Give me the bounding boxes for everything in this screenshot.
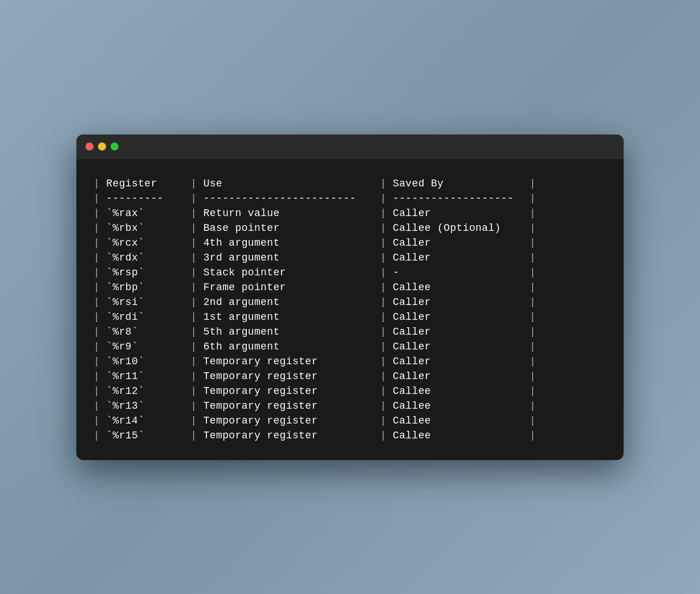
- pipe-separator: |: [530, 208, 536, 218]
- pipe-separator: |: [190, 223, 203, 233]
- use-cell: Temporary register: [204, 430, 380, 441]
- saved-by-cell: Caller: [393, 238, 530, 248]
- table-row: | `%r15`| Temporary register| Callee|: [93, 428, 607, 443]
- pipe-separator: |: [380, 253, 393, 263]
- pipe-separator: |: [380, 282, 393, 292]
- pipe-separator: |: [93, 416, 106, 426]
- pipe-separator: |: [190, 401, 203, 411]
- pipe-separator: |: [190, 430, 203, 441]
- table-row: | `%r8`| 5th argument| Caller|: [93, 324, 607, 339]
- pipe-separator: |: [190, 208, 203, 218]
- pipe-separator: |: [190, 178, 203, 189]
- pipe-separator: |: [190, 267, 203, 278]
- table-row: | `%r9`| 6th argument| Caller|: [93, 339, 607, 354]
- table-row: | `%r12`| Temporary register| Callee|: [93, 384, 607, 398]
- maximize-button[interactable]: [111, 143, 119, 150]
- pipe-separator: |: [380, 416, 393, 426]
- pipe-separator: |: [530, 267, 536, 278]
- saved-by-cell: Caller: [393, 208, 530, 218]
- register-cell: `%rbp`: [106, 282, 190, 292]
- table-row: | `%rcx`| 4th argument| Caller|: [93, 235, 607, 250]
- pipe-separator: |: [93, 208, 106, 218]
- pipe-separator: |: [190, 238, 203, 248]
- pipe-separator: |: [93, 223, 106, 233]
- pipe-separator: |: [93, 282, 106, 292]
- saved-by-cell: Caller: [393, 312, 530, 322]
- close-button[interactable]: [86, 143, 93, 150]
- pipe-separator: |: [380, 401, 393, 411]
- register-cell: ---------: [106, 193, 190, 204]
- register-cell: `%rsi`: [106, 297, 190, 307]
- pipe-separator: |: [530, 178, 536, 189]
- minimize-button[interactable]: [98, 143, 106, 150]
- pipe-separator: |: [190, 341, 203, 352]
- pipe-separator: |: [530, 282, 536, 292]
- pipe-separator: |: [190, 356, 203, 367]
- use-cell: 5th argument: [204, 327, 380, 337]
- saved-by-cell: Callee: [393, 430, 530, 441]
- pipe-separator: |: [380, 238, 393, 248]
- saved-by-cell: Caller: [393, 341, 530, 352]
- saved-by-cell: -: [393, 267, 530, 278]
- register-cell: `%r11`: [106, 371, 190, 381]
- use-cell: 1st argument: [204, 312, 380, 322]
- terminal-content: | Register| Use| Saved By|| ---------| -…: [76, 159, 624, 460]
- register-cell: `%r14`: [106, 416, 190, 426]
- pipe-separator: |: [530, 430, 536, 441]
- use-cell: 3rd argument: [204, 253, 380, 263]
- pipe-separator: |: [93, 386, 106, 396]
- pipe-separator: |: [380, 208, 393, 218]
- saved-by-cell: Caller: [393, 371, 530, 381]
- pipe-separator: |: [190, 297, 203, 307]
- pipe-separator: |: [530, 193, 536, 204]
- register-cell: `%r9`: [106, 341, 190, 352]
- pipe-separator: |: [380, 430, 393, 441]
- table-row: | `%rax`| Return value| Caller|: [93, 206, 607, 221]
- table-row: | `%rdi`| 1st argument| Caller|: [93, 310, 607, 324]
- register-cell: `%rax`: [106, 208, 190, 218]
- pipe-separator: |: [530, 356, 536, 367]
- table-row: | `%r10`| Temporary register| Caller|: [93, 354, 607, 369]
- pipe-separator: |: [380, 267, 393, 278]
- register-cell: `%r8`: [106, 327, 190, 337]
- pipe-separator: |: [190, 327, 203, 337]
- use-cell: Temporary register: [204, 401, 380, 411]
- pipe-separator: |: [93, 430, 106, 441]
- pipe-separator: |: [380, 223, 393, 233]
- use-cell: Temporary register: [204, 416, 380, 426]
- table-header-row: | Register| Use| Saved By|: [93, 176, 607, 191]
- title-bar: [76, 135, 624, 159]
- pipe-separator: |: [93, 356, 106, 367]
- pipe-separator: |: [93, 341, 106, 352]
- pipe-separator: |: [93, 297, 106, 307]
- pipe-separator: |: [93, 238, 106, 248]
- pipe-separator: |: [93, 267, 106, 278]
- pipe-separator: |: [380, 178, 393, 189]
- pipe-separator: |: [380, 356, 393, 367]
- saved-by-cell: Callee: [393, 386, 530, 396]
- pipe-separator: |: [190, 386, 203, 396]
- saved-by-cell: Callee: [393, 401, 530, 411]
- pipe-separator: |: [190, 416, 203, 426]
- use-cell: Frame pointer: [204, 282, 380, 292]
- use-cell: 2nd argument: [204, 297, 380, 307]
- pipe-separator: |: [530, 401, 536, 411]
- pipe-separator: |: [93, 253, 106, 263]
- pipe-separator: |: [380, 386, 393, 396]
- table-row: | `%rsp`| Stack pointer| -|: [93, 265, 607, 280]
- terminal-window: | Register| Use| Saved By|| ---------| -…: [76, 135, 624, 460]
- saved-by-cell: Caller: [393, 327, 530, 337]
- pipe-separator: |: [530, 341, 536, 352]
- pipe-separator: |: [93, 327, 106, 337]
- pipe-separator: |: [93, 371, 106, 381]
- saved-by-cell: Callee (Optional): [393, 223, 530, 233]
- pipe-separator: |: [190, 282, 203, 292]
- use-cell: Stack pointer: [204, 267, 380, 278]
- register-cell: `%rdi`: [106, 312, 190, 322]
- table-row: | `%rbp`| Frame pointer| Callee|: [93, 280, 607, 295]
- table-row: | ---------| ------------------------| -…: [93, 191, 607, 206]
- use-cell: Use: [204, 178, 380, 189]
- register-cell: `%r15`: [106, 430, 190, 441]
- register-cell: `%rdx`: [106, 253, 190, 263]
- use-cell: Return value: [204, 208, 380, 218]
